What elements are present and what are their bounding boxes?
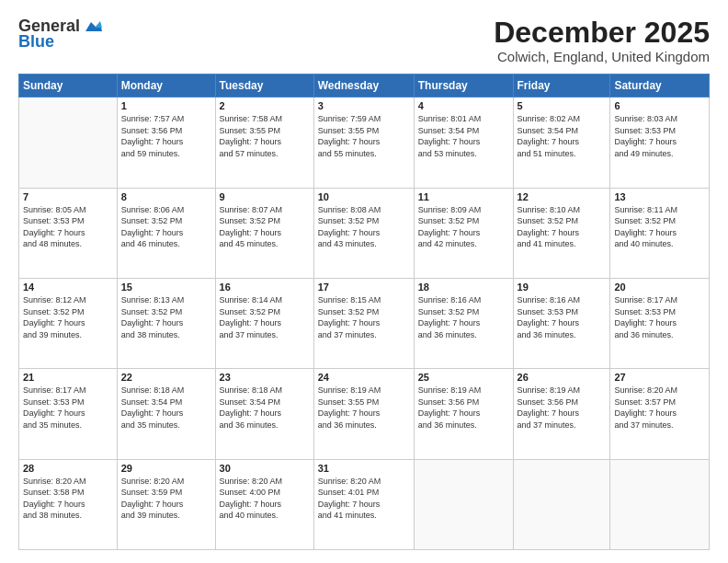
logo: General Blue — [18, 17, 102, 52]
day-number: 1 — [121, 100, 211, 111]
day-info: Sunrise: 8:03 AM Sunset: 3:53 PM Dayligh… — [614, 113, 705, 159]
day-number: 12 — [518, 191, 607, 202]
day-cell: 2Sunrise: 7:58 AM Sunset: 3:55 PM Daylig… — [215, 98, 313, 188]
day-number: 17 — [318, 282, 410, 293]
col-header-friday: Friday — [513, 75, 610, 98]
calendar-table: SundayMondayTuesdayWednesdayThursdayFrid… — [18, 74, 710, 550]
day-info: Sunrise: 8:18 AM Sunset: 3:54 PM Dayligh… — [220, 385, 310, 431]
day-number: 27 — [614, 372, 705, 383]
day-cell: 9Sunrise: 8:07 AM Sunset: 3:52 PM Daylig… — [215, 188, 313, 278]
day-info: Sunrise: 8:20 AM Sunset: 3:57 PM Dayligh… — [614, 385, 705, 431]
day-cell: 21Sunrise: 8:17 AM Sunset: 3:53 PM Dayli… — [19, 369, 118, 459]
day-info: Sunrise: 8:19 AM Sunset: 3:56 PM Dayligh… — [518, 385, 607, 431]
day-number: 24 — [318, 372, 410, 383]
day-number: 25 — [418, 372, 509, 383]
day-info: Sunrise: 8:13 AM Sunset: 3:52 PM Dayligh… — [121, 294, 211, 340]
day-cell: 7Sunrise: 8:05 AM Sunset: 3:53 PM Daylig… — [19, 188, 118, 278]
day-number: 5 — [518, 100, 607, 111]
day-number: 19 — [518, 282, 607, 293]
day-cell: 30Sunrise: 8:20 AM Sunset: 4:00 PM Dayli… — [215, 459, 313, 549]
day-info: Sunrise: 8:20 AM Sunset: 3:58 PM Dayligh… — [23, 476, 113, 522]
day-cell: 29Sunrise: 8:20 AM Sunset: 3:59 PM Dayli… — [117, 459, 215, 549]
day-number: 9 — [220, 191, 310, 202]
col-header-monday: Monday — [117, 75, 215, 98]
day-cell — [414, 459, 513, 549]
logo-blue-text: Blue — [18, 32, 54, 51]
svg-marker-1 — [95, 21, 102, 28]
day-info: Sunrise: 8:14 AM Sunset: 3:52 PM Dayligh… — [220, 294, 310, 340]
day-info: Sunrise: 8:18 AM Sunset: 3:54 PM Dayligh… — [121, 385, 211, 431]
col-header-thursday: Thursday — [414, 75, 513, 98]
week-row-2: 14Sunrise: 8:12 AM Sunset: 3:52 PM Dayli… — [19, 278, 710, 368]
day-number: 30 — [220, 463, 310, 474]
week-row-4: 28Sunrise: 8:20 AM Sunset: 3:58 PM Dayli… — [19, 459, 710, 549]
day-number: 14 — [23, 282, 113, 293]
day-info: Sunrise: 8:10 AM Sunset: 3:52 PM Dayligh… — [518, 204, 607, 250]
day-cell: 4Sunrise: 8:01 AM Sunset: 3:54 PM Daylig… — [414, 98, 513, 188]
header: General Blue December 2025 Colwich, Engl… — [18, 17, 710, 64]
day-cell: 27Sunrise: 8:20 AM Sunset: 3:57 PM Dayli… — [610, 369, 710, 459]
day-number: 7 — [23, 191, 113, 202]
title-block: December 2025 Colwich, England, United K… — [494, 17, 710, 64]
day-info: Sunrise: 8:15 AM Sunset: 3:52 PM Dayligh… — [318, 294, 410, 340]
day-cell: 1Sunrise: 7:57 AM Sunset: 3:56 PM Daylig… — [117, 98, 215, 188]
day-cell — [19, 98, 118, 188]
day-number: 20 — [614, 282, 705, 293]
day-cell: 6Sunrise: 8:03 AM Sunset: 3:53 PM Daylig… — [610, 98, 710, 188]
week-row-3: 21Sunrise: 8:17 AM Sunset: 3:53 PM Dayli… — [19, 369, 710, 459]
day-cell: 20Sunrise: 8:17 AM Sunset: 3:53 PM Dayli… — [610, 278, 710, 368]
day-info: Sunrise: 8:20 AM Sunset: 4:01 PM Dayligh… — [318, 476, 410, 522]
day-number: 3 — [318, 100, 410, 111]
day-info: Sunrise: 8:08 AM Sunset: 3:52 PM Dayligh… — [318, 204, 410, 250]
day-info: Sunrise: 8:16 AM Sunset: 3:52 PM Dayligh… — [418, 294, 509, 340]
day-number: 31 — [318, 463, 410, 474]
day-cell: 22Sunrise: 8:18 AM Sunset: 3:54 PM Dayli… — [117, 369, 215, 459]
day-cell: 24Sunrise: 8:19 AM Sunset: 3:55 PM Dayli… — [313, 369, 414, 459]
day-info: Sunrise: 8:12 AM Sunset: 3:52 PM Dayligh… — [23, 294, 113, 340]
day-cell: 16Sunrise: 8:14 AM Sunset: 3:52 PM Dayli… — [215, 278, 313, 368]
day-info: Sunrise: 8:01 AM Sunset: 3:54 PM Dayligh… — [418, 113, 509, 159]
day-cell: 18Sunrise: 8:16 AM Sunset: 3:52 PM Dayli… — [414, 278, 513, 368]
day-cell: 17Sunrise: 8:15 AM Sunset: 3:52 PM Dayli… — [313, 278, 414, 368]
day-cell: 28Sunrise: 8:20 AM Sunset: 3:58 PM Dayli… — [19, 459, 118, 549]
col-header-tuesday: Tuesday — [215, 75, 313, 98]
day-info: Sunrise: 8:20 AM Sunset: 3:59 PM Dayligh… — [121, 476, 211, 522]
day-cell: 26Sunrise: 8:19 AM Sunset: 3:56 PM Dayli… — [513, 369, 610, 459]
day-number: 26 — [518, 372, 607, 383]
day-number: 8 — [121, 191, 211, 202]
day-cell: 23Sunrise: 8:18 AM Sunset: 3:54 PM Dayli… — [215, 369, 313, 459]
day-number: 11 — [418, 191, 509, 202]
week-row-1: 7Sunrise: 8:05 AM Sunset: 3:53 PM Daylig… — [19, 188, 710, 278]
day-cell — [610, 459, 710, 549]
day-info: Sunrise: 8:05 AM Sunset: 3:53 PM Dayligh… — [23, 204, 113, 250]
day-number: 29 — [121, 463, 211, 474]
day-info: Sunrise: 8:19 AM Sunset: 3:56 PM Dayligh… — [418, 385, 509, 431]
day-number: 23 — [220, 372, 310, 383]
day-number: 6 — [614, 100, 705, 111]
col-header-saturday: Saturday — [610, 75, 710, 98]
day-cell: 11Sunrise: 8:09 AM Sunset: 3:52 PM Dayli… — [414, 188, 513, 278]
day-info: Sunrise: 8:20 AM Sunset: 4:00 PM Dayligh… — [220, 476, 310, 522]
day-cell: 19Sunrise: 8:16 AM Sunset: 3:53 PM Dayli… — [513, 278, 610, 368]
day-number: 22 — [121, 372, 211, 383]
header-row: SundayMondayTuesdayWednesdayThursdayFrid… — [19, 75, 710, 98]
day-info: Sunrise: 8:19 AM Sunset: 3:55 PM Dayligh… — [318, 385, 410, 431]
day-info: Sunrise: 8:11 AM Sunset: 3:52 PM Dayligh… — [614, 204, 705, 250]
day-cell: 10Sunrise: 8:08 AM Sunset: 3:52 PM Dayli… — [313, 188, 414, 278]
day-cell: 15Sunrise: 8:13 AM Sunset: 3:52 PM Dayli… — [117, 278, 215, 368]
logo-icon — [82, 18, 102, 35]
day-cell — [513, 459, 610, 549]
day-info: Sunrise: 8:17 AM Sunset: 3:53 PM Dayligh… — [614, 294, 705, 340]
day-cell: 5Sunrise: 8:02 AM Sunset: 3:54 PM Daylig… — [513, 98, 610, 188]
day-number: 15 — [121, 282, 211, 293]
day-cell: 3Sunrise: 7:59 AM Sunset: 3:55 PM Daylig… — [313, 98, 414, 188]
day-info: Sunrise: 8:02 AM Sunset: 3:54 PM Dayligh… — [518, 113, 607, 159]
day-cell: 14Sunrise: 8:12 AM Sunset: 3:52 PM Dayli… — [19, 278, 118, 368]
day-cell: 31Sunrise: 8:20 AM Sunset: 4:01 PM Dayli… — [313, 459, 414, 549]
day-info: Sunrise: 8:07 AM Sunset: 3:52 PM Dayligh… — [220, 204, 310, 250]
day-info: Sunrise: 8:09 AM Sunset: 3:52 PM Dayligh… — [418, 204, 509, 250]
day-info: Sunrise: 8:06 AM Sunset: 3:52 PM Dayligh… — [121, 204, 211, 250]
day-number: 21 — [23, 372, 113, 383]
day-info: Sunrise: 7:59 AM Sunset: 3:55 PM Dayligh… — [318, 113, 410, 159]
day-info: Sunrise: 7:57 AM Sunset: 3:56 PM Dayligh… — [121, 113, 211, 159]
